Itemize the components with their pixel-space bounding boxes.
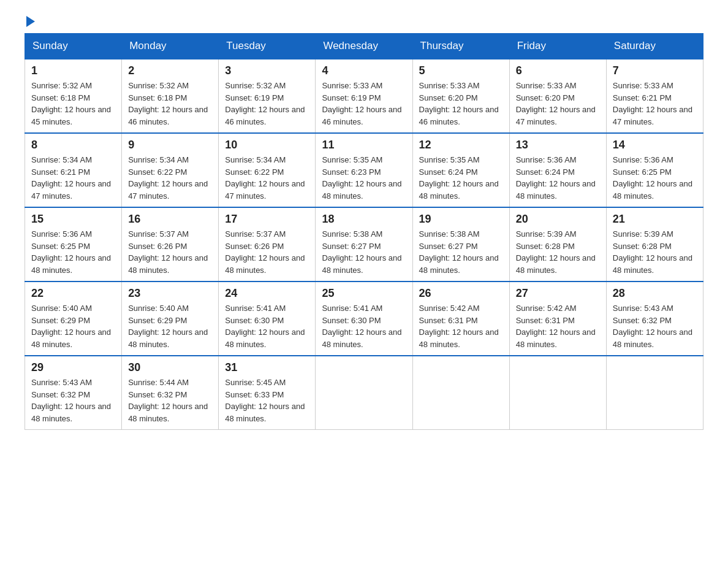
calendar-cell [509, 356, 606, 430]
day-info: Sunrise: 5:43 AM Sunset: 6:32 PM Dayligh… [31, 377, 115, 424]
day-info: Sunrise: 5:44 AM Sunset: 6:32 PM Dayligh… [128, 377, 212, 424]
calendar-cell: 1 Sunrise: 5:32 AM Sunset: 6:18 PM Dayli… [25, 59, 122, 133]
day-number: 24 [225, 287, 309, 300]
calendar-header-row: SundayMondayTuesdayWednesdayThursdayFrid… [25, 34, 703, 59]
calendar-cell [606, 356, 703, 430]
calendar-cell: 3 Sunrise: 5:32 AM Sunset: 6:19 PM Dayli… [219, 59, 316, 133]
day-number: 8 [31, 139, 115, 151]
day-number: 4 [322, 64, 406, 77]
calendar-cell: 29 Sunrise: 5:43 AM Sunset: 6:32 PM Dayl… [25, 356, 122, 430]
calendar-cell: 16 Sunrise: 5:37 AM Sunset: 6:26 PM Dayl… [122, 207, 219, 282]
day-number: 1 [31, 64, 115, 77]
day-number: 20 [516, 213, 600, 226]
day-info: Sunrise: 5:38 AM Sunset: 6:27 PM Dayligh… [419, 228, 503, 276]
day-info: Sunrise: 5:33 AM Sunset: 6:20 PM Dayligh… [516, 80, 600, 128]
calendar-cell: 23 Sunrise: 5:40 AM Sunset: 6:29 PM Dayl… [122, 282, 219, 356]
day-number: 13 [516, 139, 600, 151]
day-info: Sunrise: 5:41 AM Sunset: 6:30 PM Dayligh… [322, 302, 406, 350]
day-header-sunday: Sunday [25, 34, 122, 59]
calendar-cell: 6 Sunrise: 5:33 AM Sunset: 6:20 PM Dayli… [509, 59, 606, 133]
day-info: Sunrise: 5:37 AM Sunset: 6:26 PM Dayligh… [225, 228, 309, 276]
day-info: Sunrise: 5:40 AM Sunset: 6:29 PM Dayligh… [128, 302, 212, 350]
calendar-week-2: 8 Sunrise: 5:34 AM Sunset: 6:21 PM Dayli… [25, 133, 703, 207]
day-info: Sunrise: 5:37 AM Sunset: 6:26 PM Dayligh… [128, 228, 212, 276]
day-number: 21 [613, 213, 697, 226]
day-number: 28 [613, 287, 697, 300]
day-header-saturday: Saturday [606, 34, 703, 59]
day-number: 22 [31, 287, 115, 300]
calendar-table: SundayMondayTuesdayWednesdayThursdayFrid… [25, 33, 703, 430]
calendar-cell: 25 Sunrise: 5:41 AM Sunset: 6:30 PM Dayl… [316, 282, 412, 356]
day-info: Sunrise: 5:39 AM Sunset: 6:28 PM Dayligh… [613, 228, 697, 276]
calendar-cell [412, 356, 509, 430]
day-header-friday: Friday [509, 34, 606, 59]
day-number: 11 [322, 139, 406, 151]
day-number: 14 [613, 139, 697, 151]
day-number: 27 [516, 287, 600, 300]
calendar-cell: 26 Sunrise: 5:42 AM Sunset: 6:31 PM Dayl… [412, 282, 509, 356]
day-info: Sunrise: 5:45 AM Sunset: 6:33 PM Dayligh… [225, 377, 309, 424]
calendar-cell: 4 Sunrise: 5:33 AM Sunset: 6:19 PM Dayli… [316, 59, 412, 133]
calendar-cell: 28 Sunrise: 5:43 AM Sunset: 6:32 PM Dayl… [606, 282, 703, 356]
day-number: 18 [322, 213, 406, 226]
calendar-cell: 17 Sunrise: 5:37 AM Sunset: 6:26 PM Dayl… [219, 207, 316, 282]
calendar-cell: 27 Sunrise: 5:42 AM Sunset: 6:31 PM Dayl… [509, 282, 606, 356]
day-info: Sunrise: 5:33 AM Sunset: 6:20 PM Dayligh… [419, 80, 503, 128]
calendar-week-3: 15 Sunrise: 5:36 AM Sunset: 6:25 PM Dayl… [25, 207, 703, 282]
calendar-cell: 15 Sunrise: 5:36 AM Sunset: 6:25 PM Dayl… [25, 207, 122, 282]
day-number: 5 [419, 64, 503, 77]
calendar-cell: 24 Sunrise: 5:41 AM Sunset: 6:30 PM Dayl… [219, 282, 316, 356]
calendar-cell: 2 Sunrise: 5:32 AM Sunset: 6:18 PM Dayli… [122, 59, 219, 133]
day-info: Sunrise: 5:36 AM Sunset: 6:25 PM Dayligh… [31, 228, 115, 276]
day-info: Sunrise: 5:43 AM Sunset: 6:32 PM Dayligh… [613, 302, 697, 350]
day-info: Sunrise: 5:32 AM Sunset: 6:19 PM Dayligh… [225, 80, 309, 128]
calendar-cell: 20 Sunrise: 5:39 AM Sunset: 6:28 PM Dayl… [509, 207, 606, 282]
day-number: 26 [419, 287, 503, 300]
day-number: 7 [613, 64, 697, 77]
day-info: Sunrise: 5:36 AM Sunset: 6:24 PM Dayligh… [516, 154, 600, 202]
day-info: Sunrise: 5:42 AM Sunset: 6:31 PM Dayligh… [516, 302, 600, 350]
day-info: Sunrise: 5:32 AM Sunset: 6:18 PM Dayligh… [31, 80, 115, 128]
calendar-cell: 5 Sunrise: 5:33 AM Sunset: 6:20 PM Dayli… [412, 59, 509, 133]
day-number: 30 [128, 361, 212, 374]
day-info: Sunrise: 5:34 AM Sunset: 6:22 PM Dayligh… [225, 154, 309, 202]
calendar-cell: 22 Sunrise: 5:40 AM Sunset: 6:29 PM Dayl… [25, 282, 122, 356]
day-info: Sunrise: 5:35 AM Sunset: 6:24 PM Dayligh… [419, 154, 503, 202]
calendar-week-4: 22 Sunrise: 5:40 AM Sunset: 6:29 PM Dayl… [25, 282, 703, 356]
day-info: Sunrise: 5:32 AM Sunset: 6:18 PM Dayligh… [128, 80, 212, 128]
calendar-week-1: 1 Sunrise: 5:32 AM Sunset: 6:18 PM Dayli… [25, 59, 703, 133]
day-number: 3 [225, 64, 309, 77]
calendar-cell: 9 Sunrise: 5:34 AM Sunset: 6:22 PM Dayli… [122, 133, 219, 207]
day-number: 16 [128, 213, 212, 226]
day-header-monday: Monday [122, 34, 219, 59]
day-info: Sunrise: 5:34 AM Sunset: 6:21 PM Dayligh… [31, 154, 115, 202]
day-info: Sunrise: 5:33 AM Sunset: 6:21 PM Dayligh… [613, 80, 697, 128]
page-header [25, 18, 703, 23]
day-number: 12 [419, 139, 503, 151]
day-number: 2 [128, 64, 212, 77]
calendar-cell: 31 Sunrise: 5:45 AM Sunset: 6:33 PM Dayl… [219, 356, 316, 430]
day-info: Sunrise: 5:34 AM Sunset: 6:22 PM Dayligh… [128, 154, 212, 202]
day-number: 9 [128, 139, 212, 151]
day-number: 23 [128, 287, 212, 300]
day-number: 15 [31, 213, 115, 226]
calendar-cell: 13 Sunrise: 5:36 AM Sunset: 6:24 PM Dayl… [509, 133, 606, 207]
day-header-tuesday: Tuesday [219, 34, 316, 59]
day-info: Sunrise: 5:42 AM Sunset: 6:31 PM Dayligh… [419, 302, 503, 350]
day-info: Sunrise: 5:39 AM Sunset: 6:28 PM Dayligh… [516, 228, 600, 276]
day-number: 31 [225, 361, 309, 374]
logo [25, 18, 35, 23]
day-info: Sunrise: 5:36 AM Sunset: 6:25 PM Dayligh… [613, 154, 697, 202]
day-number: 29 [31, 361, 115, 374]
calendar-cell: 11 Sunrise: 5:35 AM Sunset: 6:23 PM Dayl… [316, 133, 412, 207]
day-info: Sunrise: 5:40 AM Sunset: 6:29 PM Dayligh… [31, 302, 115, 350]
day-number: 6 [516, 64, 600, 77]
calendar-week-5: 29 Sunrise: 5:43 AM Sunset: 6:32 PM Dayl… [25, 356, 703, 430]
day-info: Sunrise: 5:41 AM Sunset: 6:30 PM Dayligh… [225, 302, 309, 350]
day-number: 10 [225, 139, 309, 151]
calendar-cell: 14 Sunrise: 5:36 AM Sunset: 6:25 PM Dayl… [606, 133, 703, 207]
calendar-cell: 19 Sunrise: 5:38 AM Sunset: 6:27 PM Dayl… [412, 207, 509, 282]
calendar-cell: 10 Sunrise: 5:34 AM Sunset: 6:22 PM Dayl… [219, 133, 316, 207]
calendar-cell: 12 Sunrise: 5:35 AM Sunset: 6:24 PM Dayl… [412, 133, 509, 207]
day-info: Sunrise: 5:35 AM Sunset: 6:23 PM Dayligh… [322, 154, 406, 202]
